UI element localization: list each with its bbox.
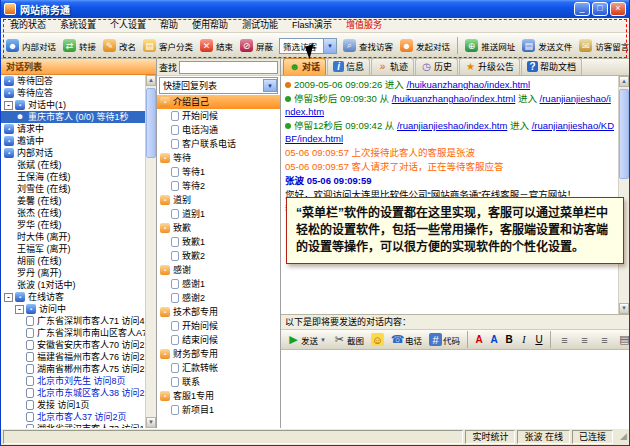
dialog-list-item[interactable]: 发接 访问1页 (1, 399, 145, 411)
emoticon-button[interactable] (368, 331, 387, 348)
dialog-list-item[interactable]: 罗丹 (离开) (1, 267, 145, 279)
scroll-track[interactable] (619, 87, 629, 303)
menu-help[interactable]: 帮助 (153, 18, 185, 33)
cat-online-visitors[interactable]: -在线访客 (1, 291, 145, 303)
quick-reply-item[interactable]: 致歉1 (157, 235, 280, 249)
quick-reply-item[interactable]: 道别 (157, 193, 280, 207)
chevron-down-icon[interactable] (320, 337, 326, 343)
active-visitor[interactable]: 重庆市客人 (0/0) 等待1秒 (1, 111, 145, 123)
url-link[interactable]: /huikuanzhanghao/index.html (407, 79, 531, 90)
menu-system-settings[interactable]: 系统设置 (53, 18, 103, 33)
menu-usage-help[interactable]: 使用帮助 (185, 18, 235, 33)
cat-in-dialog[interactable]: -对话中(1) (1, 99, 145, 111)
transfer-button[interactable]: 转接 (60, 36, 99, 55)
start-chat-button[interactable]: 发起对话 (397, 36, 453, 55)
align-right-button[interactable] (595, 331, 614, 348)
dialog-list-item[interactable]: 广东省深圳市南山区客人A72 访问2页 (1, 327, 145, 339)
tab-help-docs[interactable]: 帮助文档 (521, 58, 582, 75)
dialog-list-item[interactable]: 北京市客人37 访问2页 (1, 411, 145, 423)
quick-reply-item[interactable]: 结束问候 (157, 333, 280, 347)
phone-button[interactable]: 电话 (388, 331, 425, 348)
url-link[interactable]: /huikuanzhanghao/index.html (392, 93, 516, 104)
quick-reply-item[interactable]: 感谢2 (157, 291, 280, 305)
chevron-down-icon[interactable] (323, 39, 336, 53)
dialog-list-item[interactable]: 北京市东城区客人38 访问2页 (1, 387, 145, 399)
tree-expander-icon[interactable]: - (4, 293, 13, 302)
align-center-button[interactable] (575, 331, 594, 348)
bullet-list-button[interactable] (615, 331, 629, 348)
quick-reply-item[interactable]: 技术部专用 (157, 305, 280, 319)
dialog-list-item[interactable]: 时大伟 (离开) (1, 231, 145, 243)
quick-reply-item[interactable]: 财务部专用 (157, 347, 280, 361)
font-color-button[interactable]: A (472, 332, 486, 347)
screenshot-button[interactable]: 截图 (330, 331, 367, 348)
scroll-down-icon[interactable] (619, 303, 629, 314)
find-visitor-button[interactable]: 查找访客 (340, 36, 396, 55)
dialog-list-item[interactable]: 胡丽 (在线) (1, 255, 145, 267)
scroll-down-icon[interactable] (146, 417, 156, 428)
visitor-message-button[interactable]: 访客留言 (576, 36, 629, 55)
send-button[interactable]: 发送 (284, 331, 329, 348)
quick-reply-item[interactable]: 新项目1 (157, 403, 280, 417)
cat-waiting-answer[interactable]: 等待回答 (1, 75, 145, 87)
tab-upgrade-notice[interactable]: 升级公告 (459, 58, 520, 75)
scroll-thumb[interactable] (619, 89, 629, 179)
compose-input[interactable] (281, 350, 629, 428)
quick-reply-item[interactable]: 开始问候 (157, 109, 280, 123)
quick-reply-item[interactable]: 等待1 (157, 165, 280, 179)
send-file-button[interactable]: 发送文件 (519, 36, 575, 55)
dialog-list-item[interactable]: 罗华 (在线) (1, 219, 145, 231)
push-url-button[interactable]: 推送网址 (462, 36, 518, 55)
tree-expander-icon[interactable]: - (4, 101, 13, 110)
dialog-list-item[interactable]: 王福军 (离开) (1, 243, 145, 255)
end-session-button[interactable]: 结束 (197, 36, 236, 55)
highlight-color-button[interactable]: A (487, 332, 501, 347)
italic-button[interactable]: I (517, 332, 531, 347)
minimize-button[interactable] (574, 2, 590, 16)
visitor-filter-dropdown[interactable]: 筛选访客 (279, 38, 337, 54)
quick-reply-item[interactable]: 致歉2 (157, 249, 280, 263)
reply-group-intro[interactable]: 介绍自己 (157, 95, 280, 109)
quick-reply-item[interactable]: 客服1专用 (157, 389, 280, 403)
dialog-list-item[interactable]: 张斌 (在线) (1, 159, 145, 171)
dialog-list-item[interactable]: 湖南省郴州市客人75 访问2页 (1, 363, 145, 375)
scroll-thumb[interactable] (146, 88, 156, 158)
chevron-down-icon[interactable] (263, 79, 277, 92)
customer-category-button[interactable]: 客户分类 (140, 36, 196, 55)
dialog-list-item[interactable]: 王保海 (在线) (1, 171, 145, 183)
dialog-list-item[interactable]: 张杰 (在线) (1, 207, 145, 219)
code-button[interactable]: 代码 (426, 331, 463, 348)
tree-expander-icon[interactable]: - (15, 305, 24, 314)
tab-track[interactable]: 轨迹 (371, 58, 414, 75)
bold-button[interactable]: B (502, 332, 516, 347)
dialog-list-item[interactable]: 刘雪佳 (在线) (1, 183, 145, 195)
dialog-list-item[interactable]: 福建省福州市客人76 访问2页 (1, 351, 145, 363)
reply-list-dropdown[interactable]: 快捷回复列表 (159, 77, 278, 94)
quick-reply-item[interactable]: 开始问候 (157, 319, 280, 333)
quick-reply-item[interactable]: 致歉 (157, 221, 280, 235)
quick-reply-item[interactable]: 等待 (157, 151, 280, 165)
dialog-list-item[interactable]: 安徽省安庆市客人70 访问2页 (1, 339, 145, 351)
quick-reply-item[interactable]: 客户联系电话 (157, 137, 280, 151)
block-visitor-button[interactable]: 屏蔽 (237, 36, 276, 55)
dialog-list-item[interactable]: 张波 (1对话中) (1, 279, 145, 291)
underline-button[interactable]: U (532, 332, 546, 347)
menu-personal-settings[interactable]: 个人设置 (103, 18, 153, 33)
tab-chat[interactable]: 对话 (283, 58, 326, 75)
dialog-list-item[interactable]: 北京市刘先生 访问8页 (1, 375, 145, 387)
scroll-up-icon[interactable] (619, 76, 629, 87)
tab-info[interactable]: 信息 (327, 58, 370, 75)
quick-reply-item[interactable]: 联系 (157, 375, 280, 389)
cat-inviting[interactable]: 邀请中 (1, 135, 145, 147)
quick-reply-item[interactable]: 电话沟通 (157, 123, 280, 137)
dialog-list-scrollbar[interactable] (145, 75, 156, 428)
quick-reply-item[interactable]: 道别1 (157, 207, 280, 221)
search-input[interactable] (179, 61, 278, 74)
internal-chat-button[interactable]: 内部对话 (3, 36, 59, 55)
cat-waiting-response[interactable]: 等待应答 (1, 87, 145, 99)
quick-reply-item[interactable]: 感谢 (157, 263, 280, 277)
scroll-up-icon[interactable] (146, 75, 156, 86)
menu-value-added-services[interactable]: 增值服务 (339, 18, 389, 33)
quick-reply-item[interactable]: 汇款转帐 (157, 361, 280, 375)
close-button[interactable] (610, 2, 626, 16)
